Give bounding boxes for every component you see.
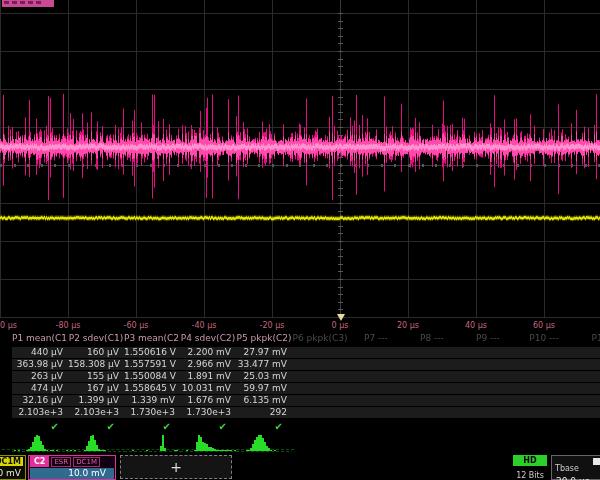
param-header-5[interactable]: P5 pkpk(C2) [236, 332, 292, 345]
time-label-4: -20 µs [260, 321, 285, 330]
time-label-2: -60 µs [124, 321, 149, 330]
measure-cell: 33.477 mV [236, 359, 292, 370]
param-header-1[interactable]: P1 mean(C1) [12, 332, 68, 345]
histicon-p5[interactable] [236, 433, 292, 453]
c2-coupling-badge: DC1M [73, 457, 100, 467]
measure-cell: 2.103e+3 [12, 407, 68, 418]
measure-row-1: 363.98 µV158.308 µV1.557591 V2.966 mV33.… [12, 359, 600, 370]
measure-cell: 440 µV [12, 347, 68, 358]
param-header-7: P7 --- [348, 332, 404, 345]
hd-bits-label: 12 Bits [513, 471, 547, 480]
measure-cell: 2.966 mV [180, 359, 236, 370]
add-channel-button[interactable]: + [120, 455, 232, 479]
status-check-icon: ✔ [124, 420, 180, 433]
measure-cell: 1.730e+3 [180, 407, 236, 418]
hd-mode-indicator[interactable]: HD 12 Bits [513, 455, 547, 480]
measure-cell: 27.97 mV [236, 347, 292, 358]
measure-cell: 292 [236, 407, 292, 418]
measure-row-5: 2.103e+32.103e+31.730e+31.730e+3292 [12, 407, 600, 418]
trigger-position-marker[interactable] [337, 314, 345, 321]
histicon-p3[interactable] [124, 433, 180, 453]
measure-cell: 59.97 mV [236, 383, 292, 394]
measure-cell: 25.03 mV [236, 371, 292, 382]
measure-row-0: 440 µV160 µV1.550616 V2.200 mV27.97 mV [12, 347, 600, 358]
measure-cell: 1.558645 V [124, 383, 180, 394]
param-header-9: P9 --- [460, 332, 516, 345]
measure-cell: 474 µV [12, 383, 68, 394]
time-label-8: 60 µs [533, 321, 555, 330]
tbase-label: Tbase [552, 464, 579, 474]
channel-descriptor-bar: DC1M 10.0 mV C2 ESR DC1M 10.0 mV + HD 12… [0, 455, 600, 480]
c1-coupling-badge: DC1M [0, 457, 23, 466]
status-check-icon: ✔ [236, 420, 292, 433]
time-label-6: 20 µs [397, 321, 419, 330]
measure-cell: 2.103e+3 [68, 407, 124, 418]
measure-cell: 1.891 mV [180, 371, 236, 382]
measure-cell: 155 µV [68, 371, 124, 382]
time-label-5: 0 µs [332, 321, 349, 330]
tbase-marker-square [593, 458, 600, 465]
waveform-display[interactable] [0, 0, 600, 318]
histicon-p1[interactable] [12, 433, 68, 453]
param-header-8: P8 --- [404, 332, 460, 345]
measure-row-3: 474 µV167 µV1.558645 V10.031 mV59.97 mV [12, 383, 600, 394]
measure-cell: 10.031 mV [180, 383, 236, 394]
param-header-11: P11 [572, 332, 600, 345]
tbase-time-per-div: 20.0 µs [552, 475, 600, 480]
measure-cell: 6.135 mV [236, 395, 292, 406]
measure-row-4: 32.16 µV1.399 µV1.339 mV1.676 mV6.135 mV [12, 395, 600, 406]
measure-cell: 160 µV [68, 347, 124, 358]
measure-cell: 363.98 µV [12, 359, 68, 370]
c2-header: C2 ESR DC1M [29, 456, 115, 467]
c2-volts-per-div: 10.0 mV [30, 468, 114, 479]
measurement-table: P1 mean(C1)P2 sdev(C1)P3 mean(C2)P4 sdev… [12, 332, 600, 434]
time-label-1: -80 µs [56, 321, 81, 330]
time-label-3: -40 µs [192, 321, 217, 330]
param-header-6: P6 pkpk(C3) [292, 332, 348, 345]
measure-cell: 1.399 µV [68, 395, 124, 406]
cropped-toolbar-fragment [2, 0, 54, 7]
measure-cell: 263 µV [12, 371, 68, 382]
oscilloscope-screen: -100 µs-80 µs-60 µs-40 µs-20 µs0 µs20 µs… [0, 0, 600, 480]
measure-cell: 1.557591 V [124, 359, 180, 370]
histicon-row [12, 433, 600, 453]
c1-volts-per-div: 10.0 mV [0, 468, 21, 478]
measure-cell: 167 µV [68, 383, 124, 394]
measure-cell: 2.200 mV [180, 347, 236, 358]
measure-cell: 1.550084 V [124, 371, 180, 382]
status-check-icon: ✔ [12, 420, 68, 433]
measure-cell: 32.16 µV [12, 395, 68, 406]
measure-cell: 1.550616 V [124, 347, 180, 358]
time-label-7: 40 µs [465, 321, 487, 330]
measure-row-2: 263 µV155 µV1.550084 V1.891 mV25.03 mV [12, 371, 600, 382]
time-axis: -100 µs-80 µs-60 µs-40 µs-20 µs0 µs20 µs… [0, 318, 600, 332]
status-check-icon: ✔ [68, 420, 124, 433]
param-header-10: P10 --- [516, 332, 572, 345]
hd-badge: HD [513, 455, 547, 466]
histicon-p4[interactable] [180, 433, 236, 453]
measure-cell: 158.308 µV [68, 359, 124, 370]
waveform-canvas[interactable] [0, 0, 600, 318]
param-header-2[interactable]: P2 sdev(C1) [68, 332, 124, 345]
measure-cell: 1.676 mV [180, 395, 236, 406]
status-check-icon: ✔ [180, 420, 236, 433]
timebase-descriptor[interactable]: Tbase 20.0 µs [551, 455, 600, 480]
param-header-4[interactable]: P4 sdev(C2) [180, 332, 236, 345]
plus-icon: + [170, 459, 182, 475]
param-header-3[interactable]: P3 mean(C2) [124, 332, 180, 345]
c2-label: C2 [30, 456, 49, 467]
histicon-p2[interactable] [68, 433, 124, 453]
time-label-0: -100 µs [0, 321, 17, 330]
measure-cell: 1.730e+3 [124, 407, 180, 418]
channel-c1-descriptor[interactable]: DC1M 10.0 mV [0, 455, 26, 480]
channel-c2-descriptor[interactable]: C2 ESR DC1M 10.0 mV [28, 455, 116, 480]
measure-cell: 1.339 mV [124, 395, 180, 406]
c2-esr-badge: ESR [51, 457, 71, 467]
